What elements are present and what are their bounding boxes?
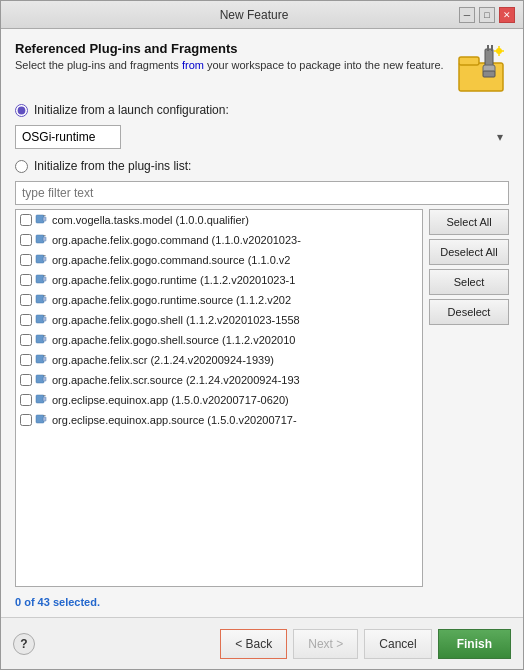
plugin-icon bbox=[35, 372, 49, 389]
svg-rect-29 bbox=[43, 297, 46, 301]
svg-rect-33 bbox=[43, 317, 46, 321]
svg-rect-0 bbox=[459, 63, 503, 91]
radio-plugins-list[interactable] bbox=[15, 160, 28, 173]
select-button[interactable]: Select bbox=[429, 269, 509, 295]
desc-part1: Select the plug-ins and fragments bbox=[15, 59, 182, 71]
plugin-checkbox[interactable] bbox=[20, 294, 32, 306]
back-button[interactable]: < Back bbox=[220, 629, 287, 659]
plugin-name: org.apache.felix.scr.source (2.1.24.v202… bbox=[52, 374, 300, 386]
svg-rect-41 bbox=[43, 357, 46, 361]
list-area-row: com.vogella.tasks.model (1.0.0.qualifier… bbox=[15, 209, 509, 587]
plugin-name: org.apache.felix.gogo.runtime (1.1.2.v20… bbox=[52, 274, 295, 286]
footer-right: < Back Next > Cancel Finish bbox=[220, 629, 511, 659]
plugin-icon bbox=[35, 332, 49, 349]
list-item[interactable]: org.apache.felix.gogo.shell.source (1.1.… bbox=[16, 330, 422, 350]
plugin-name: org.apache.felix.gogo.shell (1.1.2.v2020… bbox=[52, 314, 300, 326]
content-area: Referenced Plug-ins and Fragments Select… bbox=[1, 29, 523, 617]
dropdown-row: OSGi-runtime bbox=[15, 125, 509, 149]
svg-rect-6 bbox=[491, 45, 493, 51]
titlebar: New Feature ─ □ ✕ bbox=[1, 1, 523, 29]
deselect-button[interactable]: Deselect bbox=[429, 299, 509, 325]
svg-rect-1 bbox=[459, 57, 479, 65]
plugin-checkbox[interactable] bbox=[20, 354, 32, 366]
plugin-icon bbox=[35, 412, 49, 429]
help-button[interactable]: ? bbox=[13, 633, 35, 655]
status-bar: 0 of 43 selected. bbox=[15, 595, 509, 609]
list-side-buttons: Select All Deselect All Select Deselect bbox=[429, 209, 509, 587]
plugin-icon bbox=[35, 392, 49, 409]
svg-rect-21 bbox=[43, 257, 46, 261]
section-header: Referenced Plug-ins and Fragments Select… bbox=[15, 41, 509, 93]
status-text: 0 of 43 selected. bbox=[15, 596, 100, 608]
plug-icon bbox=[457, 41, 509, 93]
dropdown-wrapper: OSGi-runtime bbox=[15, 125, 509, 149]
list-item[interactable]: org.apache.felix.scr.source (2.1.24.v202… bbox=[16, 370, 422, 390]
radio-launch-config-label[interactable]: Initialize from a launch configuration: bbox=[34, 103, 229, 117]
plugin-checkbox[interactable] bbox=[20, 254, 32, 266]
maximize-button[interactable]: □ bbox=[479, 7, 495, 23]
section-description: Select the plug-ins and fragments from y… bbox=[15, 58, 447, 73]
list-item[interactable]: org.apache.felix.gogo.runtime.source (1.… bbox=[16, 290, 422, 310]
svg-rect-2 bbox=[485, 49, 493, 67]
plugin-name: org.apache.felix.gogo.command.source (1.… bbox=[52, 254, 290, 266]
cancel-button[interactable]: Cancel bbox=[364, 629, 431, 659]
plugin-checkbox[interactable] bbox=[20, 374, 32, 386]
plugin-name: org.apache.felix.gogo.runtime.source (1.… bbox=[52, 294, 291, 306]
select-all-button[interactable]: Select All bbox=[429, 209, 509, 235]
plugin-checkbox[interactable] bbox=[20, 214, 32, 226]
next-button[interactable]: Next > bbox=[293, 629, 358, 659]
svg-rect-17 bbox=[43, 237, 46, 241]
footer-left: ? bbox=[13, 633, 35, 655]
svg-rect-53 bbox=[43, 417, 46, 421]
list-item[interactable]: com.vogella.tasks.model (1.0.0.qualifier… bbox=[16, 210, 422, 230]
radio-launch-config[interactable] bbox=[15, 104, 28, 117]
desc-part3: your workspace to package into the new f… bbox=[204, 59, 444, 71]
plugin-name: org.apache.felix.gogo.shell.source (1.1.… bbox=[52, 334, 295, 346]
list-item[interactable]: org.apache.felix.gogo.command.source (1.… bbox=[16, 250, 422, 270]
plugins-list[interactable]: com.vogella.tasks.model (1.0.0.qualifier… bbox=[15, 209, 423, 587]
plugin-icon bbox=[35, 232, 49, 249]
radio-plugins-list-label[interactable]: Initialize from the plug-ins list: bbox=[34, 159, 191, 173]
list-item[interactable]: org.eclipse.equinox.app (1.5.0.v20200717… bbox=[16, 390, 422, 410]
svg-rect-13 bbox=[43, 217, 46, 221]
list-item[interactable]: org.apache.felix.gogo.shell (1.1.2.v2020… bbox=[16, 310, 422, 330]
list-item[interactable]: org.eclipse.equinox.app.source (1.5.0.v2… bbox=[16, 410, 422, 430]
plugin-icon bbox=[35, 312, 49, 329]
svg-rect-4 bbox=[483, 71, 495, 77]
plugin-name: org.apache.felix.scr (2.1.24.v20200924-1… bbox=[52, 354, 274, 366]
list-section: com.vogella.tasks.model (1.0.0.qualifier… bbox=[15, 181, 509, 609]
radio-plugins-list-row: Initialize from the plug-ins list: bbox=[15, 159, 509, 173]
minimize-button[interactable]: ─ bbox=[459, 7, 475, 23]
plugin-name: com.vogella.tasks.model (1.0.0.qualifier… bbox=[52, 214, 249, 226]
plugin-icon bbox=[35, 212, 49, 229]
plugin-icon bbox=[35, 292, 49, 309]
svg-rect-25 bbox=[43, 277, 46, 281]
filter-row bbox=[15, 181, 509, 205]
svg-rect-45 bbox=[43, 377, 46, 381]
desc-part2: from bbox=[182, 59, 204, 71]
section-title: Referenced Plug-ins and Fragments bbox=[15, 41, 447, 56]
launch-config-dropdown[interactable]: OSGi-runtime bbox=[15, 125, 121, 149]
plugin-name: org.apache.felix.gogo.command (1.1.0.v20… bbox=[52, 234, 301, 246]
svg-rect-49 bbox=[43, 397, 46, 401]
plugin-checkbox[interactable] bbox=[20, 234, 32, 246]
list-item[interactable]: org.apache.felix.gogo.runtime (1.1.2.v20… bbox=[16, 270, 422, 290]
plugin-checkbox[interactable] bbox=[20, 414, 32, 426]
plugin-icon bbox=[35, 352, 49, 369]
plugin-checkbox[interactable] bbox=[20, 334, 32, 346]
plugin-checkbox[interactable] bbox=[20, 394, 32, 406]
list-item[interactable]: org.apache.felix.scr (2.1.24.v20200924-1… bbox=[16, 350, 422, 370]
plugin-icon bbox=[35, 272, 49, 289]
filter-input[interactable] bbox=[15, 181, 509, 205]
plugin-checkbox[interactable] bbox=[20, 274, 32, 286]
plugin-name: org.eclipse.equinox.app (1.5.0.v20200717… bbox=[52, 394, 289, 406]
plugin-icon bbox=[35, 252, 49, 269]
list-item[interactable]: org.apache.felix.gogo.command (1.1.0.v20… bbox=[16, 230, 422, 250]
radio-launch-config-row: Initialize from a launch configuration: bbox=[15, 103, 509, 117]
window-title: New Feature bbox=[49, 8, 459, 22]
finish-button[interactable]: Finish bbox=[438, 629, 511, 659]
plugin-checkbox[interactable] bbox=[20, 314, 32, 326]
footer: ? < Back Next > Cancel Finish bbox=[1, 617, 523, 669]
close-button[interactable]: ✕ bbox=[499, 7, 515, 23]
deselect-all-button[interactable]: Deselect All bbox=[429, 239, 509, 265]
